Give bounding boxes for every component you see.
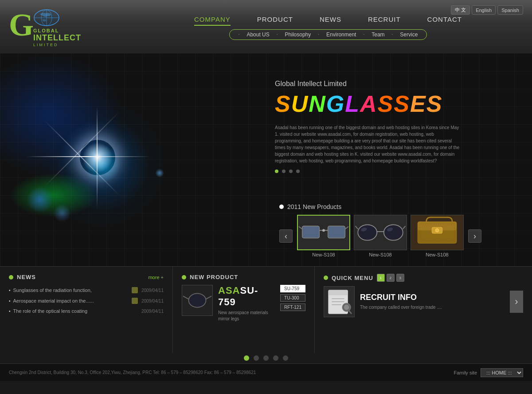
hero-dot-1[interactable]: [275, 169, 278, 173]
nav-main-items: COMPANY PRODUCT NEWS RECRUIT CONTACT: [194, 14, 462, 26]
nav-sub-about[interactable]: About US: [246, 32, 269, 38]
slider-dots: [0, 353, 532, 363]
hero-dot-4[interactable]: [296, 169, 300, 173]
news-item-2: • Aerospace material impact on the......…: [9, 296, 164, 306]
logo-g-letter: G: [9, 9, 34, 41]
footer: Chengxin 2nd District, Building 30, No.3…: [0, 363, 532, 381]
news-item-1: • Sunglasses of the radiation function, …: [9, 285, 164, 296]
product-card-2[interactable]: New-S108: [354, 215, 407, 257]
quick-icon-3[interactable]: 3: [396, 274, 404, 282]
hero-dot-3[interactable]: [289, 169, 293, 173]
news-item-2-left: • Aerospace material impact on the......: [9, 298, 138, 304]
carousel-prev-button[interactable]: ‹: [279, 229, 293, 243]
news-section-title: NEWS: [17, 274, 36, 280]
new-product-section: NEW PRODUCT ASASU-759 New aerospace mate…: [173, 267, 315, 353]
news-bullet-1: •: [9, 288, 11, 293]
nav-item-news[interactable]: NEWS: [320, 14, 341, 26]
hero-indicator-dots: [275, 169, 497, 173]
product-items-list: New-S108: [297, 215, 464, 257]
quick-menu-content: RECRUIT INFO The company called over for…: [324, 286, 523, 317]
slider-dot-5[interactable]: [283, 355, 288, 361]
news-date-3: 2009/04/11: [141, 309, 164, 314]
bokeh-orb-1: [27, 186, 53, 213]
product-tag-3[interactable]: RFT-121: [280, 303, 305, 311]
hero-dot-2[interactable]: [282, 169, 286, 173]
hero-content-panel: Global Intellect Limited SUNGLASSES Asad…: [275, 80, 497, 180]
bokeh-orb-2: [53, 204, 71, 222]
nav-sub-dot2: ·: [277, 32, 278, 37]
news-date-2: 2009/04/11: [141, 299, 164, 303]
nav-sub-team[interactable]: Team: [372, 32, 384, 38]
slider-dot-3[interactable]: [263, 355, 269, 361]
bokeh-orb-3: [155, 169, 164, 177]
news-bullet-3: •: [9, 309, 11, 314]
nav-sub-philosophy[interactable]: Philosophy: [285, 32, 311, 38]
svg-point-13: [322, 229, 325, 232]
products-carousel: ‹: [279, 215, 510, 257]
quick-menu-section: QUICK MENU 1 2 3: [315, 267, 532, 353]
product-card-3[interactable]: New-S108: [411, 215, 464, 257]
lang-en-button[interactable]: English: [472, 5, 496, 15]
news-icon-2: [132, 298, 138, 304]
hero-title-letter-n: N: [309, 91, 326, 117]
bottom-section: NEWS more + • Sunglasses of the radiatio…: [0, 266, 532, 353]
news-icon-1: [132, 287, 138, 293]
news-text-3[interactable]: The role of the optical lens coating: [13, 308, 138, 314]
nav-item-contact[interactable]: CONTACT: [427, 14, 462, 26]
svg-rect-12: [329, 226, 345, 237]
logo-limited-text: LIMITED: [33, 43, 81, 47]
slider-dot-1[interactable]: [244, 355, 249, 361]
nav-item-recruit[interactable]: RECRUIT: [368, 14, 401, 26]
logo-intellect-text: INTELLECT: [33, 33, 81, 43]
recruit-info: RECRUIT INFO The company called over for…: [360, 293, 505, 311]
carousel-next-button[interactable]: ›: [468, 229, 481, 243]
svg-rect-37: [329, 290, 348, 296]
product-tag-1[interactable]: SU-759: [280, 285, 305, 292]
lang-zh-button[interactable]: 中 文: [451, 5, 470, 15]
product-tag-2[interactable]: TU-300: [280, 294, 305, 302]
product-tags: SU-759 TU-300 RFT-121: [280, 285, 305, 322]
nav-sub-dot5: ·: [392, 32, 393, 37]
new-product-icon: [182, 275, 186, 280]
nav-sub-environment[interactable]: Environment: [326, 32, 356, 38]
news-text-2[interactable]: Aerospace material impact on the......: [13, 298, 129, 303]
nav-sub-service[interactable]: Service: [400, 32, 418, 38]
news-item-1-left: • Sunglasses of the radiation function,: [9, 287, 138, 293]
globe-icon: [33, 9, 60, 27]
news-bullet-2: •: [9, 299, 11, 303]
new-product-info: ASASU-759 New aerospace materials mirror…: [218, 285, 275, 322]
news-text-1[interactable]: Sunglasses of the radiation function,: [13, 288, 129, 293]
new-product-title: NEW PRODUCT: [190, 274, 238, 280]
product-card-1[interactable]: New-S108: [297, 215, 350, 257]
news-more-link[interactable]: more +: [148, 275, 164, 280]
products-title: 2011 New Products: [287, 203, 341, 210]
new-product-svg: [182, 285, 212, 315]
quick-icon-2[interactable]: 2: [387, 274, 395, 282]
slider-dot-2[interactable]: [254, 355, 259, 361]
hero-star-ray-h: [27, 156, 151, 157]
nav-sub-dot4: ·: [363, 32, 364, 37]
svg-point-21: [384, 225, 403, 240]
product-image-2: [354, 215, 407, 250]
svg-point-32: [189, 294, 206, 307]
products-header: 2011 New Products: [279, 203, 510, 210]
nav-item-product[interactable]: PRODUCT: [257, 14, 293, 26]
hero-title-letter-a: A: [360, 91, 378, 117]
svg-rect-11: [303, 226, 319, 237]
nav-sub-dot: ·: [239, 32, 240, 37]
nav-item-company[interactable]: COMPANY: [194, 14, 231, 26]
quick-icon-1[interactable]: 1: [377, 274, 385, 282]
quick-menu-icon: [324, 276, 328, 280]
product-content: ASASU-759 New aerospace materials mirror…: [182, 285, 305, 322]
lang-es-button[interactable]: Spanish: [497, 5, 523, 15]
recruit-arrow-button[interactable]: ›: [510, 291, 523, 313]
svg-point-28: [435, 229, 439, 232]
hero-title-letter-ss: SS: [378, 91, 410, 117]
recruit-svg: [324, 287, 354, 317]
home-select-dropdown[interactable]: ::: HOME :::: [481, 368, 523, 377]
svg-point-20: [358, 225, 376, 240]
news-date-1: 2009/04/11: [141, 288, 164, 293]
quick-menu-title: QUICK MENU: [332, 275, 373, 281]
logo: G GLOBAL INTELLECT LIMITED: [9, 7, 98, 47]
slider-dot-4[interactable]: [273, 355, 278, 361]
